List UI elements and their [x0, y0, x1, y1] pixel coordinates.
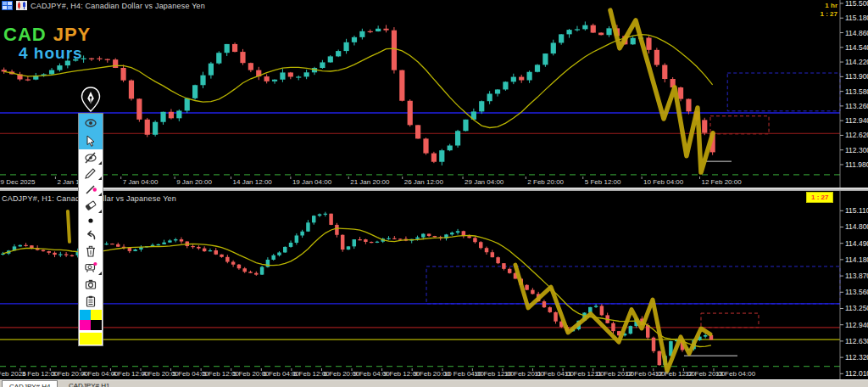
- zone-rectangle: [426, 266, 840, 304]
- drawing-toolbar: [78, 113, 103, 346]
- dropdown-corner-triangle: [98, 161, 102, 165]
- time-tick-label: 21 Jan 20:00: [350, 178, 390, 186]
- price-tick-label: 112.010: [845, 369, 868, 378]
- candle-body: [225, 257, 229, 262]
- current-color-swatch[interactable]: [79, 331, 103, 345]
- tab-cadjpy-h4[interactable]: CADJPY#,H4: [2, 380, 58, 387]
- undo-icon[interactable]: [79, 227, 103, 243]
- candle-body: [631, 38, 636, 45]
- candle-body: [209, 250, 212, 251]
- zone-rectangle: [701, 313, 759, 328]
- time-tick-label: 7 Jan 04:00: [123, 178, 159, 186]
- candle-body: [551, 42, 556, 53]
- candle-body: [606, 28, 611, 35]
- palette-swatch-1[interactable]: [91, 310, 102, 320]
- camera-icon[interactable]: [79, 276, 103, 293]
- candle-body: [358, 239, 361, 240]
- cursor-arrow-icon[interactable]: [79, 132, 103, 149]
- candle-body: [542, 53, 548, 64]
- candle-body: [312, 216, 315, 222]
- palette-swatch-2[interactable]: [80, 320, 91, 330]
- freehand-zigzag: [68, 211, 70, 242]
- candle-body: [421, 233, 425, 237]
- candle-body: [598, 33, 604, 36]
- dropdown-corner-triangle: [98, 272, 102, 275]
- candle-body: [491, 252, 494, 257]
- candle-body: [128, 248, 131, 251]
- timer-line1: 1 hr: [821, 2, 837, 10]
- projector-icon[interactable]: [79, 259, 103, 276]
- h1-chart-canvas[interactable]: 115.110114.800114.490114.180113.870113.5…: [0, 191, 868, 379]
- candle-body: [25, 80, 31, 81]
- line-pen-icon[interactable]: [79, 181, 103, 197]
- candle-body: [678, 87, 683, 99]
- candle-body: [197, 247, 200, 249]
- time-tick-label: 10 Feb 04:00: [643, 178, 684, 186]
- candle-body: [702, 120, 707, 132]
- candle-body: [57, 65, 62, 70]
- price-tick-label: 114.800: [845, 222, 868, 231]
- candle-body: [473, 238, 476, 242]
- candle-body: [169, 112, 174, 119]
- candle-body: [364, 239, 367, 242]
- candle-body: [216, 53, 221, 63]
- eraser-icon-glyph: [84, 199, 97, 212]
- candle-body: [296, 76, 301, 77]
- candle-body: [225, 44, 230, 53]
- candle-body: [116, 244, 120, 247]
- candle-body: [105, 59, 110, 60]
- tab-cadjpy-h1[interactable]: CADJPY#,H1: [62, 380, 116, 387]
- candle-body: [277, 252, 281, 255]
- candle-body: [110, 244, 114, 244]
- candle-body: [352, 37, 357, 42]
- candle-body: [271, 255, 275, 260]
- palette-swatch-0[interactable]: [80, 310, 91, 320]
- candle-body: [328, 56, 333, 62]
- dropdown-corner-triangle: [98, 193, 102, 196]
- projector-icon-glyph: [84, 261, 97, 274]
- candle-body: [113, 59, 118, 68]
- candle-body: [433, 236, 437, 237]
- candle-body: [594, 306, 598, 306]
- h4-title-bar: CADJPY#, H4: Canadian Dollar vs Japanese…: [0, 0, 205, 11]
- visibility-eye-icon[interactable]: [79, 114, 103, 132]
- color-palette[interactable]: [79, 309, 103, 331]
- candle-body: [387, 238, 390, 239]
- clipboard-icon[interactable]: [79, 293, 103, 309]
- candle-body: [427, 233, 431, 236]
- candle-body: [463, 120, 468, 131]
- candle-body: [495, 89, 500, 93]
- dot-size-icon[interactable]: [79, 214, 103, 227]
- candle-body: [611, 323, 615, 331]
- panel-divider[interactable]: [0, 188, 868, 191]
- candle-body: [548, 307, 552, 312]
- undo-icon-glyph: [84, 228, 97, 242]
- h1-timer-badge: 1 : 27: [806, 192, 833, 203]
- chart-tab-strip: CADJPY#,H4 CADJPY#,H1: [0, 379, 868, 387]
- candle-body: [392, 31, 397, 70]
- pair-annotation: CADJPY: [3, 24, 91, 46]
- dot-size-icon-glyph: [84, 214, 97, 227]
- candle-body: [423, 138, 428, 153]
- time-tick-label: 26 Jan 12:00: [404, 178, 444, 186]
- candle-body: [479, 242, 482, 248]
- palette-swatch-3[interactable]: [91, 320, 102, 330]
- hide-drawings-icon[interactable]: [79, 149, 103, 165]
- candle-body: [415, 238, 419, 239]
- candle-body: [89, 59, 94, 59]
- marker-pen-icon[interactable]: [79, 165, 103, 181]
- candle-body: [479, 101, 484, 111]
- price-tick-label: 112.940: [845, 321, 868, 329]
- h4-chart-canvas[interactable]: 115.500115.180114.860114.540114.220113.9…: [0, 0, 868, 188]
- candle-body: [53, 253, 56, 255]
- trash-icon[interactable]: [79, 243, 103, 259]
- candle-body: [157, 244, 160, 245]
- candle-body: [220, 255, 223, 257]
- price-tick-label: 113.560: [845, 288, 868, 296]
- candle-body: [242, 268, 246, 272]
- eraser-icon[interactable]: [79, 197, 103, 214]
- time-tick-label: 5 Feb 12:00: [585, 178, 621, 186]
- price-tick-label: 114.490: [845, 239, 868, 248]
- candle-body: [559, 34, 564, 42]
- ink-pen-marker-icon[interactable]: [80, 87, 102, 112]
